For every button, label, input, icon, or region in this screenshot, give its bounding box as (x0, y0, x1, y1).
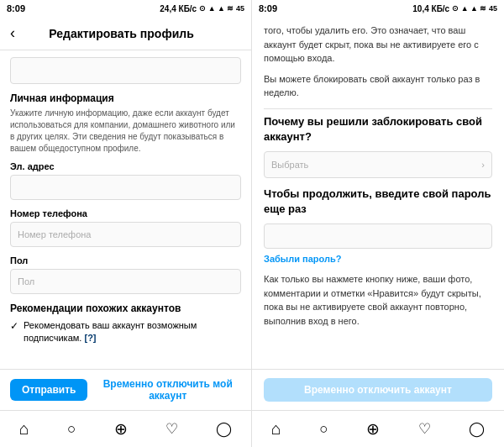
recommend-check-icon: ✓ (10, 320, 18, 332)
heart-icon-right[interactable]: ♡ (418, 420, 431, 438)
email-input[interactable] (10, 175, 241, 200)
home-icon[interactable]: ⌂ (19, 419, 29, 439)
profile-icon-right[interactable]: ◯ (469, 420, 485, 438)
search-icon-right[interactable]: ○ (319, 421, 328, 438)
add-icon-right[interactable]: ⊕ (366, 419, 380, 439)
submit-button[interactable]: Отправить (10, 379, 87, 401)
left-data-speed: 24,4 КБ/с (160, 4, 197, 13)
right-data-speed: 10,4 КБ/с (412, 4, 449, 13)
heart-icon[interactable]: ♡ (165, 420, 178, 438)
left-status-time: 8:09 (7, 3, 25, 13)
forgot-password-link[interactable]: Забыли пароль? (264, 254, 492, 264)
profile-icon[interactable]: ◯ (216, 420, 232, 438)
question-title: Почему вы решили заблокировать свой акка… (264, 114, 492, 145)
right-desc2: Вы можете блокировать свой аккаунт тольк… (264, 72, 492, 100)
personal-info-title: Личная информация (10, 92, 241, 104)
recommend-link[interactable]: [?] (84, 333, 96, 343)
recommend-title: Рекомендации похожих аккаунтов (10, 302, 241, 314)
select-placeholder: Выбрать (271, 160, 308, 170)
left-nav-bar: ⌂ ○ ⊕ ♡ ◯ (0, 411, 252, 447)
personal-info-desc: Укажите личную информацию, даже если акк… (10, 108, 241, 155)
disable-account-button[interactable]: Временно отключить мой аккаунт (94, 378, 241, 402)
right-status-icons: ⊙ ▲ ▲ ≋ 45 (452, 4, 497, 13)
password-input[interactable] (264, 224, 492, 249)
right-status-time: 8:09 (259, 3, 277, 13)
phone-placeholder: Номер телефона (18, 229, 91, 239)
right-notice: Как только вы нажмете кнопку ниже, ваши … (264, 272, 492, 328)
username-input[interactable] (10, 57, 241, 84)
add-icon[interactable]: ⊕ (114, 419, 128, 439)
disable-account-confirm-button[interactable]: Временно отключить аккаунт (264, 378, 492, 402)
gender-label: Пол (10, 255, 241, 266)
back-button[interactable]: ‹ (10, 24, 15, 42)
gender-placeholder: Пол (18, 276, 34, 287)
home-icon-right[interactable]: ⌂ (271, 419, 281, 439)
left-status-icons: ⊙ ▲ ▲ ≋ 45 (199, 4, 244, 13)
email-label: Эл. адрес (10, 161, 241, 171)
phone-input[interactable]: Номер телефона (10, 222, 241, 247)
gender-input[interactable]: Пол (10, 269, 241, 294)
right-nav-bar: ⌂ ○ ⊕ ♡ ◯ (252, 411, 504, 447)
left-panel-title: Редактировать профиль (22, 27, 221, 40)
reason-select[interactable]: Выбрать › (264, 151, 492, 178)
password-title: Чтобы продолжить, введите свой пароль ещ… (264, 187, 492, 217)
recommend-text: Рекомендовать ваш аккаунт возможным подп… (24, 319, 241, 345)
chevron-down-icon: › (481, 160, 485, 170)
search-icon[interactable]: ○ (67, 421, 76, 438)
phone-label: Номер телефона (10, 208, 241, 218)
right-desc1: того, чтобы удалить его. Это означает, ч… (264, 24, 492, 66)
